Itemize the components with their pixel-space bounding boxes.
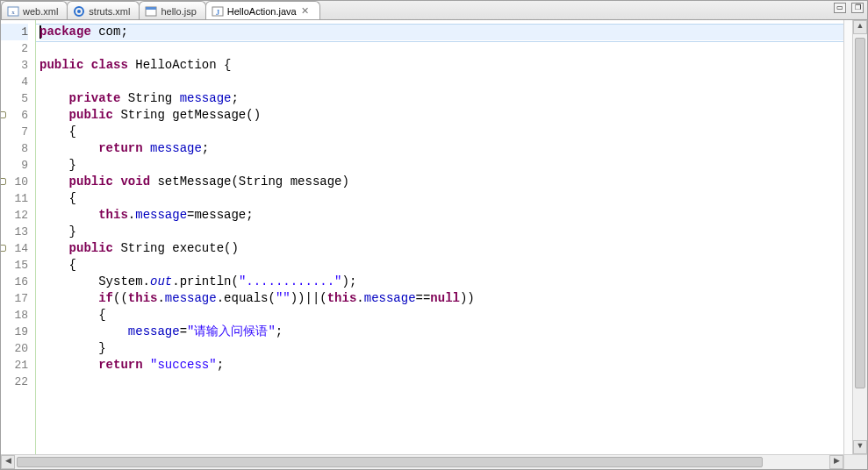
code-line[interactable]: return message; xyxy=(39,140,843,157)
token-fld: message xyxy=(165,291,217,305)
code-viewport[interactable]: package com;public class HelloAction { p… xyxy=(36,20,843,454)
token-plain xyxy=(39,241,69,255)
editor-area: 12345678910111213141516171819202122 pack… xyxy=(1,20,867,454)
code-line[interactable]: package com; xyxy=(39,24,843,40)
override-marker-icon xyxy=(1,245,6,252)
token-plain: } xyxy=(39,224,76,239)
token-plain: HelloAction { xyxy=(128,58,232,72)
line-number: 21 xyxy=(1,357,28,374)
line-number: 8 xyxy=(1,140,28,157)
code-line[interactable]: public String execute() xyxy=(39,240,843,257)
line-number: 3 xyxy=(1,57,28,74)
token-kw: this xyxy=(327,291,357,305)
token-plain: { xyxy=(39,258,76,272)
scroll-right-arrow[interactable]: ▶ xyxy=(829,455,843,469)
code-line[interactable]: } xyxy=(39,157,843,174)
token-plain: ))||( xyxy=(291,291,327,305)
token-str: "success" xyxy=(150,358,217,372)
vertical-scroll-thumb[interactable] xyxy=(855,38,865,388)
maximize-button[interactable]: ❐ xyxy=(851,3,864,13)
tab-bar: xweb.xmlstruts.xmlhello.jspJHelloAction.… xyxy=(1,1,867,20)
token-sfld: out xyxy=(150,274,172,288)
tab-struts-xml[interactable]: struts.xml xyxy=(67,1,140,19)
line-number: 7 xyxy=(1,124,28,140)
token-kw: public xyxy=(69,174,113,189)
code-line[interactable]: public String getMessage() xyxy=(39,107,843,124)
token-plain xyxy=(39,324,128,338)
svg-rect-5 xyxy=(146,7,156,10)
token-plain: String execute() xyxy=(113,241,239,255)
code-line[interactable] xyxy=(39,40,843,57)
code-line[interactable]: { xyxy=(39,124,843,140)
scroll-up-arrow[interactable]: ▲ xyxy=(853,20,867,34)
token-plain: =message; xyxy=(187,208,254,222)
token-plain: .println( xyxy=(172,274,239,288)
tab-helloaction-java[interactable]: JHelloAction.java✕ xyxy=(205,1,320,19)
line-number: 14 xyxy=(1,240,28,257)
token-plain: String getMessage() xyxy=(113,108,261,122)
code-line[interactable]: System.out.println("............"); xyxy=(39,274,843,290)
token-plain: .equals( xyxy=(217,291,276,305)
code-line[interactable]: } xyxy=(39,340,843,357)
token-kw: private xyxy=(69,91,121,105)
svg-text:J: J xyxy=(216,8,220,17)
horizontal-scroll-thumb[interactable] xyxy=(17,457,763,467)
code-line[interactable]: { xyxy=(39,307,843,324)
code-line[interactable]: private String message; xyxy=(39,90,843,107)
token-str: "" xyxy=(276,291,291,305)
line-number: 16 xyxy=(1,274,28,290)
line-number: 13 xyxy=(1,224,28,240)
token-plain xyxy=(39,208,98,222)
vertical-scrollbar[interactable]: ▲ ▼ xyxy=(852,20,867,454)
token-plain xyxy=(143,141,150,155)
code-line[interactable]: if((this.message.equals(""))||(this.mess… xyxy=(39,290,843,307)
line-number: 19 xyxy=(1,324,28,340)
token-plain: )) xyxy=(460,291,475,305)
token-plain: setMessage(String message) xyxy=(150,174,349,189)
editor-frame: xweb.xmlstruts.xmlhello.jspJHelloAction.… xyxy=(0,0,868,470)
code-line[interactable]: { xyxy=(39,257,843,274)
token-plain: ); xyxy=(342,274,357,288)
code-line[interactable]: public class HelloAction { xyxy=(39,57,843,74)
token-fld: message xyxy=(150,141,202,155)
scroll-left-arrow[interactable]: ◀ xyxy=(1,455,15,469)
scroll-down-arrow[interactable]: ▼ xyxy=(853,440,867,454)
tab-web-xml[interactable]: xweb.xml xyxy=(1,1,68,19)
token-plain xyxy=(39,291,98,305)
code-line[interactable]: this.message=message; xyxy=(39,207,843,224)
line-number: 2 xyxy=(1,40,28,57)
token-plain: } xyxy=(39,158,76,172)
code-line[interactable] xyxy=(39,374,843,390)
close-icon[interactable]: ✕ xyxy=(300,5,311,17)
code-line[interactable]: message="请输入问候语"; xyxy=(39,324,843,340)
line-number: 4 xyxy=(1,74,28,90)
overview-ruler[interactable] xyxy=(843,20,852,454)
line-number: 11 xyxy=(1,190,28,207)
horizontal-scrollbar[interactable]: ◀ ▶ xyxy=(1,454,867,469)
code-line[interactable]: } xyxy=(39,224,843,240)
token-plain: { xyxy=(39,125,76,139)
token-plain: System. xyxy=(39,274,150,288)
token-plain xyxy=(39,91,69,105)
code-line[interactable]: public void setMessage(String message) xyxy=(39,174,843,190)
token-fld: message xyxy=(180,91,232,105)
token-plain: ; xyxy=(217,358,224,372)
token-fld: message xyxy=(364,291,416,305)
minimize-button[interactable]: ▭ xyxy=(834,3,846,13)
override-marker-icon xyxy=(1,178,6,185)
xml-file-icon: x xyxy=(7,5,19,18)
token-kw: public xyxy=(69,241,113,255)
line-number: 5 xyxy=(1,90,28,107)
token-plain xyxy=(83,58,90,72)
jsp-file-icon xyxy=(145,5,157,18)
horizontal-scroll-track[interactable] xyxy=(15,455,829,469)
tab-hello-jsp[interactable]: hello.jsp xyxy=(139,1,205,19)
line-number: 6 xyxy=(1,107,28,124)
code-line[interactable] xyxy=(39,74,843,90)
code-line[interactable]: { xyxy=(39,190,843,207)
token-fld: message xyxy=(128,324,180,338)
code-line[interactable]: return "success"; xyxy=(39,357,843,374)
line-number: 15 xyxy=(1,257,28,274)
token-kw: class xyxy=(91,58,128,72)
line-number: 1 xyxy=(1,24,28,40)
